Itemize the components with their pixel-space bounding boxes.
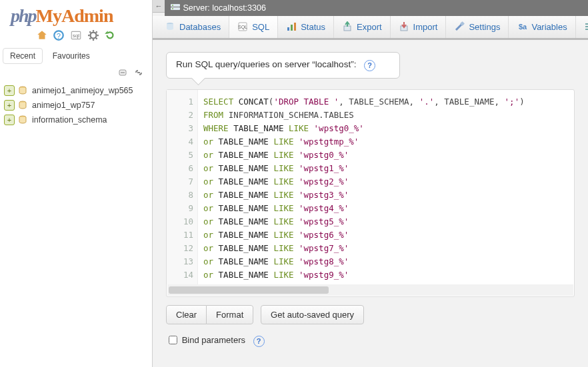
tab-favourites[interactable]: Favourites — [45, 48, 97, 64]
collapse-handle[interactable]: ← — [153, 0, 165, 13]
collapse-icon[interactable] — [119, 68, 129, 77]
bind-row: Bind parameters ? — [166, 334, 575, 347]
svg-rect-19 — [294, 23, 296, 31]
sql-hint-text: Run SQL query/queries on server “localho… — [176, 59, 356, 69]
local-tabs: Recent Favourites — [3, 48, 152, 64]
import-icon — [399, 18, 409, 29]
tab-settings[interactable]: Settings — [446, 16, 509, 38]
top-tabs: DatabasesSQLSQLStatusExportImportSetting… — [153, 16, 588, 40]
svg-rect-17 — [287, 27, 289, 31]
server-link[interactable]: localhost:3306 — [212, 3, 266, 13]
line-gutter: 123456789101112131415 — [167, 90, 198, 284]
databases-icon — [165, 18, 175, 29]
tab-import[interactable]: Import — [391, 16, 447, 38]
refresh-icon[interactable] — [104, 29, 116, 41]
tab-label: Status — [301, 22, 325, 32]
database-icon — [17, 86, 28, 95]
nav-sidebar: phpMyAdmin ? sql Recent Favourites +anim… — [0, 0, 153, 367]
sql-hint: Run SQL query/queries on server “localho… — [166, 52, 400, 79]
sql-icon: SQL — [237, 18, 248, 29]
tab-label: Settings — [469, 22, 500, 32]
logo-myadmin: MyAdmin — [36, 5, 113, 26]
sql-icon[interactable]: sql — [70, 29, 82, 41]
h-scrollbar[interactable] — [167, 284, 573, 296]
scroll-thumb[interactable] — [169, 286, 329, 294]
tree-item-label: animejo1_wp757 — [32, 101, 95, 110]
svg-point-12 — [172, 5, 173, 6]
main-panel: ← Server: localhost:3306 DatabasesSQLSQL… — [153, 0, 588, 367]
svg-text:?: ? — [57, 32, 61, 40]
tree-item[interactable]: +information_schema — [3, 113, 152, 127]
svg-rect-20 — [344, 26, 351, 31]
sql-editor[interactable]: 123456789101112131415 SELECT CONCAT('DRO… — [166, 89, 575, 297]
tab-databases[interactable]: Databases — [157, 16, 229, 38]
tab-label: Databases — [179, 22, 221, 32]
help-icon[interactable]: ? — [364, 60, 375, 71]
bind-checkbox[interactable] — [169, 336, 177, 344]
bind-label: Bind parameters — [182, 335, 245, 345]
server-bar: Server: localhost:3306 — [165, 0, 588, 16]
tab-export[interactable]: Export — [334, 16, 391, 38]
svg-text:SQL: SQL — [238, 25, 247, 30]
shortcut-bar: ? sql — [0, 27, 152, 47]
tree-item-label: animejo1_animejoy_wp565 — [32, 86, 133, 95]
db-tree: +animejo1_animejoy_wp565+animejo1_wp757+… — [0, 82, 152, 127]
settings-icon[interactable] — [87, 29, 99, 41]
expand-icon[interactable]: + — [4, 85, 15, 96]
database-icon — [17, 115, 28, 125]
settings-icon — [454, 18, 465, 29]
logo-php: php — [11, 5, 36, 26]
svg-rect-18 — [291, 25, 293, 31]
svg-point-13 — [172, 8, 173, 9]
database-icon — [17, 101, 28, 110]
tree-item[interactable]: +animejo1_wp757 — [3, 98, 152, 113]
tab-label: Export — [357, 22, 382, 32]
bind-help-icon[interactable]: ? — [253, 336, 265, 347]
format-button[interactable]: Format — [207, 305, 253, 324]
code-area[interactable]: SELECT CONCAT('DROP TABLE ', TABLE_SCHEM… — [198, 90, 574, 284]
svg-text:$a: $a — [519, 23, 527, 31]
autosaved-button[interactable]: Get auto-saved query — [261, 305, 364, 324]
tab-status[interactable]: Status — [278, 16, 334, 38]
export-icon — [342, 18, 353, 29]
editor-buttons: Clear Format Get auto-saved query — [166, 305, 575, 324]
svg-point-4 — [90, 33, 96, 39]
clear-button[interactable]: Clear — [166, 305, 207, 324]
home-icon[interactable] — [36, 29, 48, 41]
tab-recent[interactable]: Recent — [3, 48, 43, 64]
tree-item-label: information_schema — [32, 115, 107, 125]
variables-icon: $a — [517, 18, 527, 29]
expand-icon[interactable]: + — [4, 115, 15, 125]
svg-text:sql: sql — [73, 33, 79, 39]
expand-icon[interactable]: + — [4, 100, 15, 111]
more-icon — [584, 18, 588, 29]
tab-sql[interactable]: SQLSQL — [229, 16, 278, 40]
logo[interactable]: phpMyAdmin — [0, 0, 152, 27]
tab-variables[interactable]: $aVariables — [509, 16, 575, 38]
link-icon[interactable] — [133, 68, 144, 77]
tree-item[interactable]: +animejo1_animejoy_wp565 — [3, 83, 152, 98]
server-icon — [170, 3, 181, 13]
status-icon — [286, 18, 297, 29]
tab-more[interactable]: C — [576, 16, 588, 38]
server-label: Server: — [183, 3, 209, 13]
tab-label: Variables — [531, 22, 567, 32]
tab-label: Import — [413, 22, 438, 32]
logout-icon[interactable]: ? — [53, 29, 65, 41]
tab-label: SQL — [252, 22, 269, 32]
